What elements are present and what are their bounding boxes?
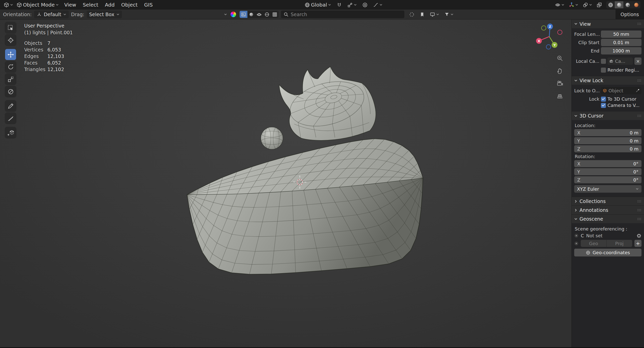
gizmos-toggle[interactable] [568,2,579,8]
gizmo-y-label: Y [553,43,556,47]
cursor-rotation-x-field[interactable]: X0° [574,160,641,167]
basemap-toggle-4[interactable] [263,11,271,18]
snap-toggle[interactable] [335,2,343,8]
gizmo-axis-neg-z[interactable] [546,45,551,49]
local-camera-checkbox[interactable] [601,59,606,64]
menu-gis[interactable]: GIS [141,2,156,8]
transform-tool[interactable] [5,86,16,97]
bookmark-button[interactable] [418,11,426,18]
proportional-falloff-dropdown[interactable] [372,2,384,8]
search-input[interactable] [291,12,402,17]
toggle-ortho-button[interactable] [555,92,564,101]
basemap-toggle-3[interactable] [255,11,263,18]
panel-grip[interactable] [637,22,641,25]
cursor-location-z-field[interactable]: Z0 m [574,145,641,152]
selectability-dropdown[interactable] [554,2,566,8]
add-crs-button[interactable]: + [634,240,641,247]
orientation-dropdown[interactable]: Default [34,11,69,18]
local-camera-field[interactable]: Ca... [607,57,633,65]
focal-length-field[interactable]: 50 mm [601,31,641,38]
mode-selector[interactable]: Object Mode [15,1,60,8]
panel-collections-header[interactable]: Collections [572,197,644,206]
search-box [281,11,404,18]
3d-viewport[interactable]: User Perspective (1) lights | Point.001 … [0,19,644,347]
transform-orientation-dropdown[interactable]: Global [303,1,332,8]
shading-solid-button[interactable] [615,1,623,8]
cursor-rotation-z-field[interactable]: Z0° [574,176,641,183]
panel-grip[interactable] [637,200,641,203]
display-mode-dropdown[interactable] [429,11,440,18]
camera-view-button[interactable] [555,79,564,88]
eyedropper-icon[interactable] [636,89,639,93]
basemap-toggle-5[interactable] [271,11,279,18]
basemap-toggle-2[interactable] [247,11,255,18]
pan-button[interactable] [555,66,564,75]
clip-start-field[interactable]: 0.01 m [601,39,641,46]
render-region-checkbox[interactable] [601,68,606,73]
crs-radio[interactable] [574,234,578,238]
dashed-circle-button[interactable] [408,11,416,18]
shading-rendered-button[interactable] [632,1,640,8]
navigation-gizmo[interactable]: Z X Y [533,21,568,57]
panel-geoscene-header[interactable]: Geoscene [572,214,644,223]
geo-proj-group: Geo Proj [581,240,632,247]
menu-select[interactable]: Select [79,2,102,8]
measure-tool[interactable] [5,113,16,124]
options-button[interactable]: Options [621,12,639,17]
cursor-location-x-field[interactable]: X0 m [574,129,641,136]
chevron-down-icon [328,4,331,6]
overlays-toggle[interactable] [582,2,593,8]
shading-wireframe-button[interactable] [606,1,615,8]
panel-view-lock-header[interactable]: View Lock [572,76,644,85]
clear-camera-button[interactable]: × [634,57,641,65]
drag-dropdown[interactable]: Select Box [87,11,122,18]
panel-annotations-header[interactable]: Annotations [572,206,644,214]
hue-wheel-button[interactable] [229,11,237,18]
globe-icon [305,2,310,8]
xray-toggle[interactable] [595,2,603,8]
gizmo-axis-neg-y[interactable] [541,26,546,30]
collapse-chevron-icon[interactable] [224,13,227,15]
annotate-tool[interactable] [5,100,16,111]
mesh-object[interactable] [0,19,644,347]
geo-button[interactable]: Geo [581,240,606,247]
panel-3d-cursor-header[interactable]: 3D Cursor [572,111,644,120]
panel-grip[interactable] [637,218,641,220]
panel-grip[interactable] [637,114,641,117]
crs-settings-button[interactable] [636,233,641,238]
basemap-toggle-1[interactable] [240,11,247,18]
lock-object-field[interactable]: Object [601,87,641,94]
proportional-edit-toggle[interactable] [361,2,369,8]
zoom-button[interactable] [555,54,564,63]
filter-dropdown[interactable] [443,11,455,18]
lock-to-cursor-checkbox[interactable] [601,97,606,102]
rotate-tool[interactable] [5,61,16,72]
select-box-tool[interactable] [5,22,16,33]
chevron-down-icon [636,188,639,190]
cursor-tool[interactable] [5,35,16,46]
proj-button[interactable]: Proj [607,240,632,247]
add-cube-tool[interactable] [5,127,16,138]
snap-settings-dropdown[interactable] [346,2,358,8]
clip-end-field[interactable]: 1000 m [601,47,641,54]
menu-add[interactable]: Add [102,2,118,8]
camera-to-view-checkbox[interactable] [601,103,606,108]
panel-grip[interactable] [637,209,641,212]
menu-view[interactable]: View [61,2,79,8]
gizmo-axis-neg-x[interactable] [558,30,562,35]
cursor-rotation-y-field[interactable]: Y0° [574,168,641,175]
stat-row: Faces6,052 [24,60,73,66]
panel-grip[interactable] [637,79,641,82]
chevron-down-icon [354,4,357,6]
rotation-mode-dropdown[interactable]: XYZ Euler [574,185,641,193]
shading-material-button[interactable] [623,1,632,8]
panel-view-header[interactable]: View [572,19,644,28]
header-left-group: Object Mode View Select Add Object GIS [3,1,156,8]
geo-radio[interactable] [574,241,578,246]
move-tool[interactable] [5,49,16,60]
scale-tool[interactable] [5,74,16,85]
cursor-location-y-field[interactable]: Y0 m [574,137,641,144]
geo-coordinates-button[interactable]: Geo-coordinates [574,249,641,256]
editor-type-button[interactable] [3,2,14,8]
menu-object[interactable]: Object [118,2,141,8]
